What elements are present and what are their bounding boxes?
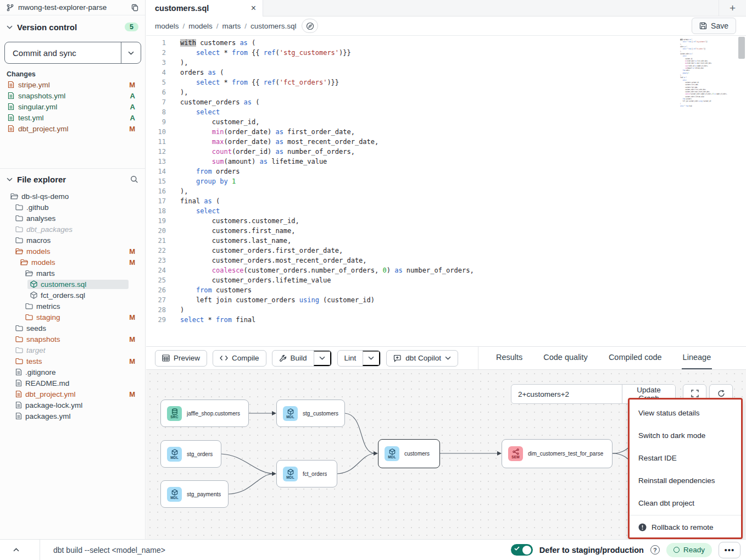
file-tree-item[interactable]: dbt_project.yml M [4,389,141,400]
status-ready-badge[interactable]: Ready [666,543,712,557]
commit-and-sync-button[interactable]: Commit and sync [4,42,141,64]
line-number: 22 [146,246,166,256]
file-name: package-lock.yml [25,401,82,409]
menu-item-label: Switch to dark mode [638,431,705,440]
compile-button[interactable]: Compile [213,350,266,367]
line-number: 17 [146,196,166,206]
lineage-selector-input[interactable] [511,385,622,403]
code-line: 21 customers.last_name, [146,236,746,246]
scrollbar-thumb[interactable] [738,37,745,59]
dbt-copilot-button[interactable]: dbt Copilot [386,350,458,367]
file-tree-item[interactable]: README.md [4,378,141,389]
file-name: marts [36,269,55,278]
line-number: 18 [146,206,166,216]
change-list-item[interactable]: snapshots.yml A [4,90,141,101]
line-code: coalesce(customer_orders.number_of_order… [180,265,474,275]
results-tab-label: Lineage [683,353,711,362]
code-line: 19 customers.customer_id, [146,216,746,226]
minimap[interactable]: 1with customers as ( 2 select * from {{ … [680,38,733,113]
menu-item-rollback-to-remote[interactable]: Rollback to remote [630,516,741,539]
menu-item-switch-to-dark-mode[interactable]: Switch to dark mode [630,424,741,447]
copy-branch-button[interactable] [131,4,138,12]
explore-lineage-button[interactable] [302,19,318,33]
commit-and-sync-label: Commit and sync [5,42,121,63]
menu-item-clean-dbt-project[interactable]: Clean dbt project [630,492,741,514]
file-tree-item[interactable]: target [4,345,141,356]
code-line: 1with customers as ( [146,38,746,48]
breadcrumb-part[interactable]: customers.sql [250,22,296,30]
lint-button[interactable]: Lint [338,351,363,366]
file-tree-item[interactable]: staging M [4,312,141,323]
file-tree-item[interactable]: models M [4,257,141,268]
help-icon[interactable]: ? [650,545,660,555]
change-list-item[interactable]: dbt_project.yml M [4,123,141,134]
file-tree-item[interactable]: .gitignore [4,367,141,378]
change-list-item[interactable]: singular.yml A [4,101,141,112]
status-bar: dbt build --select <model_name> Defer to… [0,539,746,560]
file-tree-item[interactable]: fct_orders.sql [4,290,141,301]
tab-customers-sql[interactable]: customers.sql × [146,0,263,16]
results-tab[interactable]: Results [495,347,524,370]
node-type-label: MDL [286,475,294,479]
lineage-node-stg_customers[interactable]: MDL stg_customers [276,400,345,427]
expand-command-bar-button[interactable] [8,544,24,557]
file-tree-item[interactable]: macros [4,235,141,246]
lineage-node-jaffle_shop.customers[interactable]: SRC jaffle_shop.customers [160,400,249,427]
lineage-node-dim_customers_test_for_parse[interactable]: SEM dim_customers_test_for_parse [502,439,613,468]
lint-options-caret[interactable] [363,351,380,366]
save-button[interactable]: Save [692,18,736,34]
file-tree-item[interactable]: db-sl-qs-demo [4,191,141,202]
file-tree-item[interactable]: marts [4,268,141,279]
code-editor[interactable]: 1with customers as ( 2 select * from {{ … [146,36,746,346]
file-tree-item[interactable]: tests M [4,356,141,367]
file-explorer-section: File explorer db-sl-qs-demo [0,168,145,422]
build-options-caret[interactable] [314,351,331,366]
file-tree-item[interactable]: .github [4,202,141,213]
file-tree-item[interactable]: models M [4,246,141,257]
file-tree-item[interactable]: customers.sql [4,279,141,290]
change-list-item[interactable]: test.yml A [4,112,141,123]
file-tree-item[interactable]: packages.yml [4,411,141,422]
file-tree-item[interactable]: snapshots M [4,334,141,345]
breadcrumb-part[interactable]: marts [222,22,241,30]
results-tab[interactable]: Lineage [682,347,712,370]
defer-toggle[interactable] [511,544,533,556]
menu-item-restart-ide[interactable]: Restart IDE [630,447,741,469]
file-tree-item[interactable]: seeds [4,323,141,334]
command-input-placeholder[interactable]: dbt build --select <model_name> [53,546,165,555]
new-tab-button[interactable]: + [719,0,746,16]
commit-options-caret[interactable] [121,42,141,63]
lineage-canvas[interactable]: SRC jaffle_shop.customers MDL stg_custom… [146,369,746,539]
menu-item-reinstall-dependencies[interactable]: Reinstall dependencies [630,469,741,492]
node-type-label: MDL [170,496,179,500]
file-tree-item[interactable]: package-lock.yml [4,400,141,411]
code-line: 29select * from final [680,105,733,107]
lineage-node-stg_orders[interactable]: MDL stg_orders [160,440,221,468]
breadcrumb-part[interactable]: models [188,22,213,30]
file-tree-item[interactable]: dbt_packages [4,224,141,235]
preview-button[interactable]: Preview [155,350,207,367]
file-tree-item[interactable]: analyses [4,213,141,224]
line-code: ) [180,305,184,315]
file-search-button[interactable] [130,175,138,184]
line-number: 16 [146,186,166,196]
wrench-icon [279,354,287,362]
change-list-item[interactable]: stripe.yml M [4,79,141,90]
editor-scrollbar[interactable] [738,36,745,346]
lineage-node-stg_payments[interactable]: MDL stg_payments [160,480,229,508]
close-tab-icon[interactable]: × [251,4,256,13]
results-tab[interactable]: Compiled code [608,347,663,370]
breadcrumb-part[interactable]: models [155,22,179,30]
line-code: customers.last_name, [180,236,291,246]
results-tab[interactable]: Code quality [542,347,589,370]
menu-item-view-status-details[interactable]: View status details [630,402,741,424]
file-tree-item[interactable]: metrics [4,301,141,312]
build-button[interactable]: Build [272,351,314,366]
lineage-node-fct_orders[interactable]: MDL fct_orders [276,460,337,487]
chevron-down-icon[interactable] [7,178,13,181]
code-line: 25 customer_orders.lifetime_value [146,275,746,285]
lineage-node-customers[interactable]: MDL customers [378,439,440,468]
chevron-down-icon[interactable] [7,25,13,29]
code-content[interactable]: 1with customers as ( 2 select * from {{ … [146,36,746,325]
more-options-button[interactable]: ••• [719,542,741,558]
